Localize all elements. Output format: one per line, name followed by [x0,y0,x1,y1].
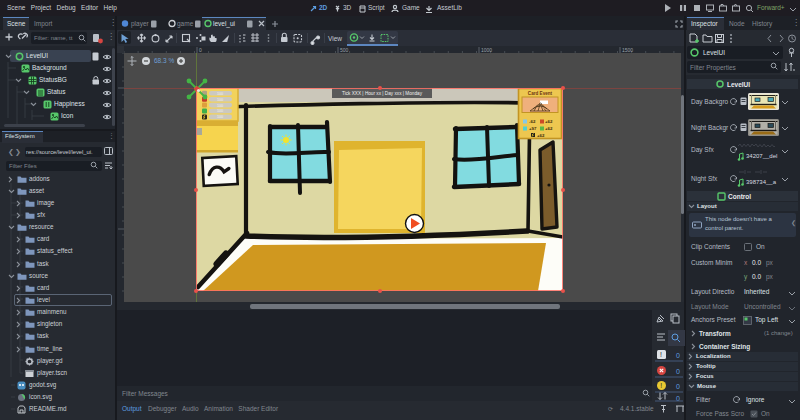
svg-text:1500: 1500 [622,47,633,53]
svg-text:0: 0 [676,383,680,390]
svg-text:0: 0 [199,47,202,53]
svg-text:1000: 1000 [481,47,492,53]
svg-text:0: 0 [676,395,680,402]
svg-text:0: 0 [676,368,680,375]
svg-text:0: 0 [676,352,680,359]
svg-text:!: ! [660,351,662,358]
svg-text:500: 500 [340,47,349,53]
svg-text:!: ! [660,382,662,389]
